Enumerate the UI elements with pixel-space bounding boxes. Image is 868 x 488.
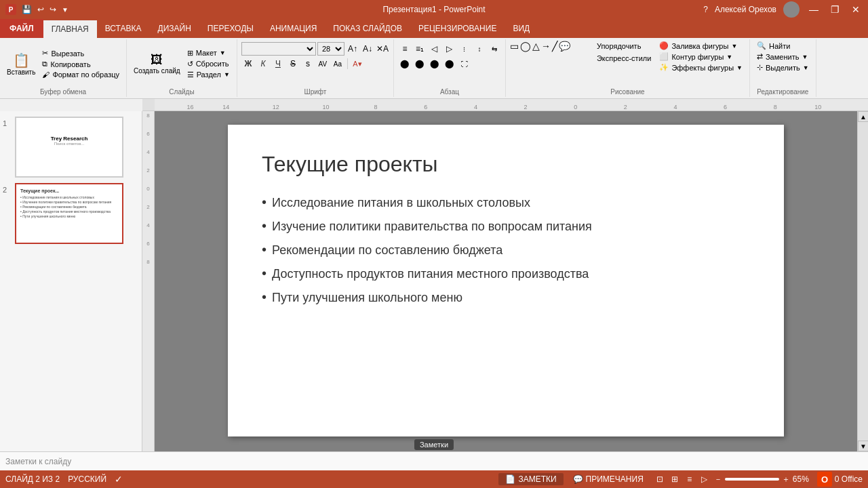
layout-icon: ⊞ bbox=[187, 49, 193, 58]
scroll-down-btn[interactable]: ▼ bbox=[858, 441, 868, 451]
slide-preview-2[interactable]: Текущие проек... • Исследование питания … bbox=[15, 183, 123, 244]
window-title: Презентация1 - PowerPoint bbox=[382, 5, 485, 14]
zoom-in-btn[interactable]: ＋ bbox=[782, 474, 790, 485]
font-group-label: Шрифт bbox=[241, 87, 389, 96]
replace-btn[interactable]: ⇄ Заменить ▼ bbox=[754, 52, 812, 62]
v-ruler-mark: 4 bbox=[146, 222, 149, 228]
tab-file[interactable]: ФАЙЛ bbox=[0, 19, 43, 38]
v-ruler-mark: 4 bbox=[146, 149, 149, 155]
new-slide-btn[interactable]: 🖼 Создать слайд bbox=[131, 52, 183, 77]
normal-view-btn[interactable]: ⊡ bbox=[653, 472, 667, 486]
horizontal-ruler: 16 14 12 10 8 6 4 2 0 2 4 6 8 10 bbox=[142, 99, 868, 111]
tab-transitions[interactable]: ПЕРЕХОДЫ bbox=[199, 19, 262, 38]
tab-view[interactable]: ВИД bbox=[505, 19, 538, 38]
reading-view-btn[interactable]: ▷ bbox=[698, 472, 711, 486]
minimize-btn[interactable]: — bbox=[806, 4, 821, 15]
slide-thumb-2[interactable]: 2 Текущие проек... • Исследование питани… bbox=[3, 183, 139, 244]
clear-format-btn[interactable]: ✕A bbox=[376, 42, 389, 56]
save-quick-btn[interactable]: 💾 bbox=[20, 5, 33, 14]
effects-btn[interactable]: ✨ Эффекты фигуры ▼ bbox=[656, 62, 745, 73]
redo-quick-btn[interactable]: ↪ bbox=[48, 5, 58, 14]
slide-preview-1[interactable]: Trey Research Поиск ответов... bbox=[15, 117, 123, 178]
select-btn[interactable]: ⊹ Выделить ▼ bbox=[754, 62, 812, 73]
notes-view-btn[interactable]: ≡ bbox=[683, 472, 696, 486]
rect-shape[interactable]: ▭ bbox=[510, 41, 519, 52]
text-shadow-btn[interactable]: s bbox=[301, 57, 315, 70]
smartart-btn[interactable]: ⛶ bbox=[458, 57, 471, 70]
reset-btn[interactable]: ↺ Сбросить bbox=[184, 59, 233, 69]
zoom-out-btn[interactable]: － bbox=[714, 474, 722, 485]
font-size-select[interactable]: 28 bbox=[317, 42, 344, 56]
decrease-font-btn[interactable]: A↓ bbox=[361, 42, 374, 56]
ruler-mark: 4 bbox=[474, 104, 477, 110]
tab-design[interactable]: ДИЗАЙН bbox=[150, 19, 199, 38]
slide-canvas[interactable]: Текущие проекты Исследование питания в ш… bbox=[228, 125, 784, 436]
bold-btn[interactable]: Ж bbox=[241, 57, 255, 70]
v-ruler-mark: 6 bbox=[146, 241, 149, 247]
font-name-select[interactable] bbox=[241, 42, 316, 56]
notes-status-btn[interactable]: 📄 ЗАМЕТКИ bbox=[498, 473, 563, 485]
quick-styles-btn[interactable]: Экспресс-стили bbox=[594, 53, 654, 64]
cut-btn[interactable]: ✂ Вырезать bbox=[39, 48, 122, 58]
tab-slideshow[interactable]: ПОКАЗ СЛАЙДОВ bbox=[325, 19, 410, 38]
customize-quick-btn[interactable]: ▼ bbox=[60, 6, 70, 14]
arrange-btn[interactable]: Упорядочить bbox=[594, 41, 654, 52]
tab-review[interactable]: РЕЦЕНЗИРОВАНИЕ bbox=[410, 19, 505, 38]
scroll-up-btn[interactable]: ▲ bbox=[858, 111, 868, 122]
section-btn[interactable]: ☰ Раздел ▼ bbox=[184, 70, 233, 80]
ruler-mark: 6 bbox=[724, 104, 727, 110]
char-space-btn[interactable]: AV bbox=[316, 57, 330, 70]
format-painter-btn[interactable]: 🖌 Формат по образцу bbox=[39, 70, 122, 79]
cols-btn[interactable]: ⫶ bbox=[458, 42, 471, 56]
notes-panel[interactable]: Заметки к слайду bbox=[0, 451, 868, 470]
clipboard-group-label: Буфер обмена bbox=[4, 87, 122, 96]
comments-status-btn[interactable]: 💬 ПРИМЕЧАНИЯ bbox=[566, 473, 650, 485]
close-btn[interactable]: ✕ bbox=[849, 4, 863, 15]
underline-btn[interactable]: Ч bbox=[271, 57, 285, 70]
undo-quick-btn[interactable]: ↩ bbox=[36, 5, 45, 14]
fill-btn[interactable]: 🔴 Заливка фигуры ▼ bbox=[656, 41, 745, 51]
sorter-view-btn[interactable]: ⊞ bbox=[668, 472, 682, 486]
comments-label: ПРИМЕЧАНИЯ bbox=[586, 474, 644, 484]
increase-font-btn[interactable]: A↑ bbox=[346, 42, 359, 56]
change-case-btn[interactable]: Aa bbox=[331, 57, 344, 70]
align-right-btn[interactable]: ⬤ bbox=[428, 57, 441, 70]
increase-indent-btn[interactable]: ▷ bbox=[443, 42, 456, 56]
restore-btn[interactable]: ❐ bbox=[828, 4, 842, 15]
arrow-shape[interactable]: → bbox=[541, 41, 551, 52]
decrease-indent-btn[interactable]: ◁ bbox=[428, 42, 441, 56]
line-shape[interactable]: ╱ bbox=[552, 41, 557, 52]
ellipse-shape[interactable]: ◯ bbox=[520, 41, 531, 52]
line-spacing-btn[interactable]: ↕ bbox=[473, 42, 486, 56]
copy-btn[interactable]: ⧉ Копировать bbox=[39, 59, 122, 69]
help-btn[interactable]: ? bbox=[703, 5, 708, 14]
zoom-slider[interactable] bbox=[725, 478, 779, 481]
outline-arrow: ▼ bbox=[726, 54, 732, 60]
tab-animations[interactable]: АНИМАЦИЯ bbox=[262, 19, 325, 38]
tab-insert[interactable]: ВСТАВКА bbox=[97, 19, 150, 38]
slide-main-title[interactable]: Текущие проекты bbox=[262, 152, 750, 177]
numbering-btn[interactable]: ≡₁ bbox=[413, 42, 427, 56]
callout-shape[interactable]: 💬 bbox=[559, 41, 570, 52]
quick-styles-label: Экспресс-стили bbox=[597, 54, 651, 62]
triangle-shape[interactable]: △ bbox=[532, 41, 540, 52]
find-btn[interactable]: 🔍 Найти bbox=[754, 41, 812, 51]
italic-btn[interactable]: К bbox=[256, 57, 270, 70]
align-center-btn[interactable]: ⬤ bbox=[413, 57, 427, 70]
layout-btn[interactable]: ⊞ Макет ▼ bbox=[184, 48, 233, 58]
bullets-btn[interactable]: ≡ bbox=[398, 42, 412, 56]
outline-btn[interactable]: ⬜ Контур фигуры ▼ bbox=[656, 52, 745, 62]
right-scrollbar[interactable]: ▲ ▼ bbox=[857, 111, 868, 451]
paste-btn[interactable]: 📋 Вставить bbox=[4, 51, 38, 77]
tab-home[interactable]: ГЛАВНАЯ bbox=[43, 19, 97, 38]
effects-icon: ✨ bbox=[659, 63, 669, 72]
slide-thumb-1[interactable]: 1 Trey Research Поиск ответов... bbox=[3, 117, 139, 178]
para-direction-btn[interactable]: ⇆ bbox=[488, 42, 501, 56]
ribbon-tabs: ФАЙЛ ГЛАВНАЯ ВСТАВКА ДИЗАЙН ПЕРЕХОДЫ АНИ… bbox=[0, 19, 868, 38]
group-slides: 🖼 Создать слайд ⊞ Макет ▼ ↺ Сбросить ☰ Р… bbox=[127, 39, 237, 97]
strikethrough-btn[interactable]: S bbox=[286, 57, 300, 70]
font-color-btn[interactable]: A▾ bbox=[351, 57, 364, 70]
align-justify-btn[interactable]: ⬤ bbox=[443, 57, 456, 70]
align-left-btn[interactable]: ⬤ bbox=[398, 57, 412, 70]
bullet-item-1: Исследование питания в школьных столовых bbox=[262, 190, 750, 214]
